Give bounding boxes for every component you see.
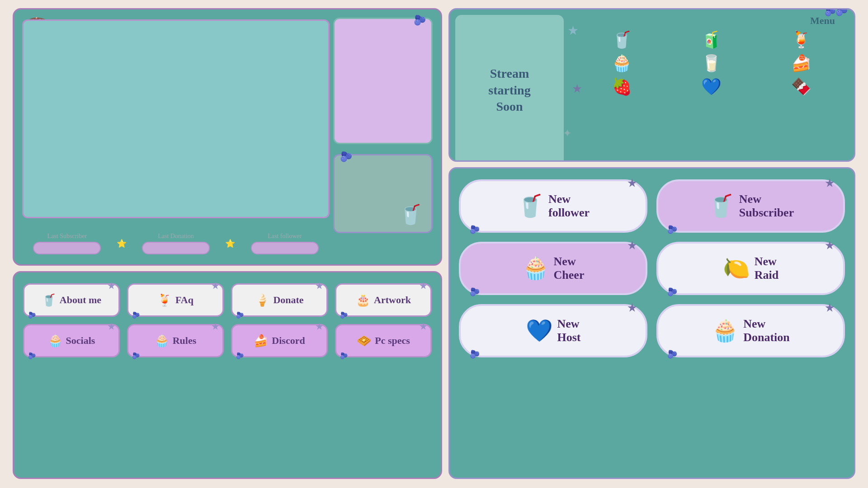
star-deco: ★: [212, 322, 219, 332]
alert-berry: 🫐: [667, 349, 677, 359]
alert-berry: 🫐: [470, 225, 480, 235]
socials-icon: 🧁: [48, 334, 62, 348]
star-deco: ★: [420, 322, 427, 332]
rules-icon: 🧁: [155, 334, 169, 348]
faq-button[interactable]: ★ 🍹 FAq 🫐: [127, 283, 224, 317]
star-deco: ★: [420, 281, 427, 291]
discord-icon: 🍰: [254, 334, 268, 348]
new-raid-label: New Raid: [755, 255, 778, 282]
star-deco: ★: [316, 322, 323, 332]
berry-deco: 🫐: [340, 352, 348, 360]
berry-deco: 🫐: [132, 352, 140, 360]
last-subscriber-bar: [33, 242, 101, 254]
last-donation-label: Last Donation: [158, 233, 194, 240]
berry-deco: 🫐: [236, 311, 244, 319]
alert-berry: 🫐: [667, 287, 677, 297]
menu-section: 🫐 Menu 🥤 🧃 🍹 🧁 🥛 🍰 🍓 💙 🍫: [569, 9, 854, 160]
artwork-button[interactable]: ★ 🎂 Artwork 🫐: [335, 283, 432, 317]
alert-berry: 🫐: [667, 225, 677, 235]
berry-menu-tr: 🫐: [825, 8, 836, 17]
about-me-button[interactable]: ★ 🥤 About me 🫐: [23, 283, 120, 317]
new-follower-icon: 🥤: [517, 193, 544, 219]
alert-star: ★: [825, 302, 834, 314]
menu-item-2: 🧃: [669, 30, 755, 49]
alert-star: ★: [825, 178, 834, 189]
new-follower-button[interactable]: ★ 🥤 New follower 🫐: [459, 179, 647, 233]
star-deco: ★: [316, 281, 323, 291]
last-follower-bar: [251, 242, 319, 254]
new-host-icon: 💙: [526, 318, 553, 343]
last-subscriber-label: Last Subscriber: [47, 233, 87, 240]
new-raid-icon: 🍋: [723, 256, 750, 281]
star-deco: ★: [108, 322, 115, 332]
menu-item-5: 🥛: [669, 54, 755, 73]
last-subscriber-group: Last Subscriber: [22, 233, 112, 254]
berry-deco: 🫐: [340, 311, 348, 319]
cam-panel-top: 🫐: [333, 18, 433, 144]
donate-icon: 🍦: [255, 293, 269, 307]
about-me-label: About me: [60, 294, 101, 306]
main-panel: 🍩 🫐 🫐 🥤 Last Subscriber ⭐ Last Donation …: [13, 8, 442, 266]
new-cheer-icon: 🧁: [522, 256, 549, 281]
panel-buttons-grid: ★ 🥤 About me 🫐 ★ 🍹 FAq 🫐 ★ 🍦 Donate 🫐 ★ …: [23, 283, 432, 357]
donate-button[interactable]: ★ 🍦 Donate 🫐: [231, 283, 328, 317]
rules-button[interactable]: ★ 🧁 Rules 🫐: [127, 324, 224, 357]
alert-star: ★: [627, 302, 637, 314]
star-divider-1: ⭐: [117, 239, 127, 249]
menu-title: Menu: [575, 15, 835, 27]
last-donation-group: Last Donation: [131, 233, 221, 254]
new-raid-button[interactable]: ★ 🍋 New Raid 🫐: [656, 242, 845, 295]
new-follower-label: New follower: [548, 192, 590, 220]
rules-label: Rules: [173, 335, 197, 347]
stream-starting-soon-panel: ★ ★ ✦ StreamstartingSoon: [455, 15, 564, 162]
berry-deco: 🫐: [236, 352, 244, 360]
stream-starting-text: StreamstartingSoon: [488, 66, 530, 115]
artwork-icon: 🎂: [356, 293, 370, 307]
drink-decoration: 🥤: [399, 203, 422, 225]
menu-item-6: 🍰: [759, 54, 844, 73]
new-donation-button[interactable]: ★ 🧁 New Donation 🫐: [656, 304, 845, 357]
pc-specs-label: Pc specs: [375, 335, 410, 347]
menu-item-4: 🧁: [579, 54, 665, 73]
video-area: [22, 19, 330, 218]
menu-item-7: 🍓: [579, 77, 665, 96]
new-donation-icon: 🧁: [712, 318, 739, 343]
alert-star: ★: [627, 240, 637, 252]
new-subscriber-label: New Subscriber: [739, 192, 794, 220]
socials-label: Socials: [66, 335, 95, 347]
pc-specs-icon: 🧇: [357, 334, 371, 348]
last-donation-bar: [142, 242, 210, 254]
donate-label: Donate: [273, 294, 303, 306]
new-host-label: New Host: [557, 317, 581, 344]
new-donation-label: New Donation: [743, 317, 790, 344]
alerts-panel: ★ 🥤 New follower 🫐 ★ 🥤 New Subscriber 🫐 …: [448, 167, 855, 479]
faq-label: FAq: [175, 294, 193, 306]
socials-button[interactable]: ★ 🧁 Socials 🫐: [23, 324, 120, 357]
discord-label: Discord: [272, 335, 305, 347]
new-host-button[interactable]: ★ 💙 New Host 🫐: [459, 304, 647, 357]
alert-berry: 🫐: [470, 349, 480, 359]
star-deco: ★: [212, 281, 219, 291]
bottom-panel: ★ 🥤 About me 🫐 ★ 🍹 FAq 🫐 ★ 🍦 Donate 🫐 ★ …: [13, 271, 442, 479]
new-cheer-button[interactable]: ★ 🧁 New Cheer 🫐: [459, 242, 647, 295]
pc-specs-button[interactable]: ★ 🧇 Pc specs 🫐: [335, 324, 432, 357]
menu-item-1: 🥤: [579, 30, 665, 49]
about-me-icon: 🥤: [42, 293, 56, 307]
berry-deco: 🫐: [28, 352, 36, 360]
discord-button[interactable]: ★ 🍰 Discord 🫐: [231, 324, 328, 357]
menu-item-3: 🍹: [759, 30, 844, 49]
right-top-panel: 🫐 ★ ★ ✦ StreamstartingSoon 🫐 Menu 🥤 🧃 🍹 …: [448, 8, 855, 162]
alert-star: ★: [627, 178, 637, 189]
star-deco: ★: [108, 281, 115, 291]
last-follower-group: Last follower: [240, 233, 330, 254]
stats-bar: Last Subscriber ⭐ Last Donation ⭐ Last f…: [22, 233, 330, 254]
last-follower-label: Last follower: [268, 233, 302, 240]
menu-item-8: 💙: [669, 77, 755, 96]
new-cheer-label: New Cheer: [554, 255, 585, 282]
alerts-grid: ★ 🥤 New follower 🫐 ★ 🥤 New Subscriber 🫐 …: [459, 179, 845, 357]
artwork-label: Artwork: [374, 294, 411, 306]
menu-item-9: 🍫: [759, 77, 844, 96]
alert-berry: 🫐: [470, 287, 480, 297]
alert-star: ★: [825, 240, 834, 252]
new-subscriber-button[interactable]: ★ 🥤 New Subscriber 🫐: [656, 179, 845, 233]
